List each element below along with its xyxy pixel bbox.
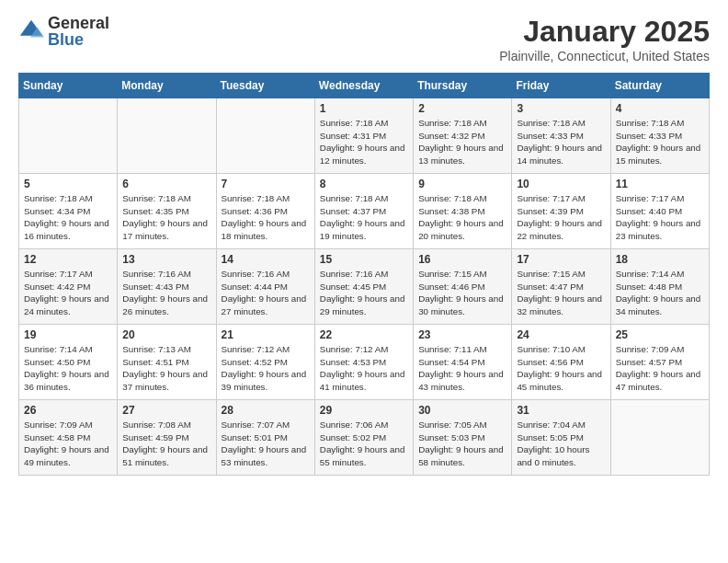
day-number: 17 — [517, 253, 605, 266]
header-cell-friday: Friday — [512, 74, 610, 98]
day-cell: 19Sunrise: 7:14 AM Sunset: 4:50 PM Dayli… — [19, 325, 118, 400]
calendar-body: 1Sunrise: 7:18 AM Sunset: 4:31 PM Daylig… — [19, 98, 710, 476]
day-number: 28 — [222, 404, 310, 417]
day-number: 13 — [122, 253, 210, 266]
day-cell — [118, 98, 216, 174]
day-number: 9 — [418, 178, 506, 190]
day-cell: 20Sunrise: 7:13 AM Sunset: 4:51 PM Dayli… — [118, 325, 216, 400]
subtitle: Plainville, Connecticut, United States — [499, 49, 710, 63]
day-cell: 7Sunrise: 7:18 AM Sunset: 4:36 PM Daylig… — [216, 174, 314, 249]
day-number: 7 — [222, 178, 310, 190]
day-info: Sunrise: 7:15 AM Sunset: 4:47 PM Dayligh… — [517, 268, 605, 318]
header-cell-thursday: Thursday — [414, 74, 512, 98]
day-number: 24 — [517, 328, 605, 341]
day-cell: 2Sunrise: 7:18 AM Sunset: 4:32 PM Daylig… — [414, 98, 512, 174]
day-cell: 5Sunrise: 7:18 AM Sunset: 4:34 PM Daylig… — [19, 174, 118, 249]
day-cell: 17Sunrise: 7:15 AM Sunset: 4:47 PM Dayli… — [512, 249, 610, 325]
day-cell: 22Sunrise: 7:12 AM Sunset: 4:53 PM Dayli… — [314, 325, 413, 400]
day-info: Sunrise: 7:14 AM Sunset: 4:50 PM Dayligh… — [24, 343, 112, 394]
day-cell: 12Sunrise: 7:17 AM Sunset: 4:42 PM Dayli… — [19, 249, 118, 325]
day-cell: 21Sunrise: 7:12 AM Sunset: 4:52 PM Dayli… — [216, 325, 314, 400]
day-cell: 3Sunrise: 7:18 AM Sunset: 4:33 PM Daylig… — [512, 98, 610, 174]
day-info: Sunrise: 7:11 AM Sunset: 4:54 PM Dayligh… — [418, 343, 506, 394]
day-cell: 1Sunrise: 7:18 AM Sunset: 4:31 PM Daylig… — [314, 98, 413, 174]
header-cell-saturday: Saturday — [610, 74, 709, 98]
day-number: 29 — [320, 404, 408, 417]
day-info: Sunrise: 7:18 AM Sunset: 4:36 PM Dayligh… — [222, 192, 310, 243]
logo-text: General Blue — [48, 15, 109, 48]
logo: General Blue — [18, 15, 109, 48]
header-cell-tuesday: Tuesday — [216, 74, 314, 98]
calendar-header: SundayMondayTuesdayWednesdayThursdayFrid… — [19, 74, 710, 98]
day-cell: 8Sunrise: 7:18 AM Sunset: 4:37 PM Daylig… — [314, 174, 413, 249]
day-number: 23 — [418, 328, 506, 341]
day-cell: 27Sunrise: 7:08 AM Sunset: 4:59 PM Dayli… — [118, 400, 216, 476]
day-number: 18 — [616, 253, 704, 266]
day-number: 30 — [418, 404, 506, 417]
day-number: 26 — [24, 404, 112, 417]
calendar-table: SundayMondayTuesdayWednesdayThursdayFrid… — [18, 73, 710, 476]
title-section: January 2025 Plainville, Connecticut, Un… — [499, 15, 710, 63]
day-cell: 23Sunrise: 7:11 AM Sunset: 4:54 PM Dayli… — [414, 325, 512, 400]
day-info: Sunrise: 7:17 AM Sunset: 4:39 PM Dayligh… — [517, 192, 605, 243]
day-info: Sunrise: 7:09 AM Sunset: 4:57 PM Dayligh… — [616, 343, 704, 394]
day-cell: 28Sunrise: 7:07 AM Sunset: 5:01 PM Dayli… — [216, 400, 314, 476]
day-cell: 13Sunrise: 7:16 AM Sunset: 4:43 PM Dayli… — [118, 249, 216, 325]
day-info: Sunrise: 7:17 AM Sunset: 4:40 PM Dayligh… — [616, 192, 704, 243]
header-row: SundayMondayTuesdayWednesdayThursdayFrid… — [19, 74, 710, 98]
logo-line2: Blue — [48, 31, 109, 48]
page: General Blue January 2025 Plainville, Co… — [0, 0, 728, 485]
day-cell: 26Sunrise: 7:09 AM Sunset: 4:58 PM Dayli… — [19, 400, 118, 476]
day-info: Sunrise: 7:18 AM Sunset: 4:33 PM Dayligh… — [517, 117, 605, 167]
day-info: Sunrise: 7:10 AM Sunset: 4:56 PM Dayligh… — [517, 343, 605, 394]
day-info: Sunrise: 7:18 AM Sunset: 4:33 PM Dayligh… — [616, 117, 704, 167]
day-number: 1 — [320, 102, 408, 115]
day-info: Sunrise: 7:16 AM Sunset: 4:43 PM Dayligh… — [122, 268, 210, 318]
day-number: 2 — [418, 102, 506, 115]
day-info: Sunrise: 7:13 AM Sunset: 4:51 PM Dayligh… — [122, 343, 210, 394]
day-cell: 11Sunrise: 7:17 AM Sunset: 4:40 PM Dayli… — [610, 174, 709, 249]
day-info: Sunrise: 7:18 AM Sunset: 4:32 PM Dayligh… — [418, 117, 506, 167]
day-cell: 14Sunrise: 7:16 AM Sunset: 4:44 PM Dayli… — [216, 249, 314, 325]
day-cell: 4Sunrise: 7:18 AM Sunset: 4:33 PM Daylig… — [610, 98, 709, 174]
day-number: 5 — [24, 178, 112, 190]
day-cell — [19, 98, 118, 174]
day-cell — [216, 98, 314, 174]
day-info: Sunrise: 7:18 AM Sunset: 4:31 PM Dayligh… — [320, 117, 408, 167]
day-number: 4 — [616, 102, 704, 115]
day-number: 10 — [517, 178, 605, 190]
day-info: Sunrise: 7:05 AM Sunset: 5:03 PM Dayligh… — [418, 419, 506, 469]
day-number: 8 — [320, 178, 408, 190]
week-row-1: 1Sunrise: 7:18 AM Sunset: 4:31 PM Daylig… — [19, 98, 710, 174]
day-cell: 10Sunrise: 7:17 AM Sunset: 4:39 PM Dayli… — [512, 174, 610, 249]
day-info: Sunrise: 7:14 AM Sunset: 4:48 PM Dayligh… — [616, 268, 704, 318]
day-number: 16 — [418, 253, 506, 266]
day-cell — [610, 400, 709, 476]
header-cell-sunday: Sunday — [19, 74, 118, 98]
day-number: 19 — [24, 328, 112, 341]
week-row-3: 12Sunrise: 7:17 AM Sunset: 4:42 PM Dayli… — [19, 249, 710, 325]
header-cell-wednesday: Wednesday — [314, 74, 413, 98]
day-number: 27 — [122, 404, 210, 417]
day-cell: 24Sunrise: 7:10 AM Sunset: 4:56 PM Dayli… — [512, 325, 610, 400]
day-number: 15 — [320, 253, 408, 266]
day-number: 22 — [320, 328, 408, 341]
day-info: Sunrise: 7:18 AM Sunset: 4:35 PM Dayligh… — [122, 192, 210, 243]
day-info: Sunrise: 7:18 AM Sunset: 4:37 PM Dayligh… — [320, 192, 408, 243]
day-cell: 31Sunrise: 7:04 AM Sunset: 5:05 PM Dayli… — [512, 400, 610, 476]
day-info: Sunrise: 7:18 AM Sunset: 4:38 PM Dayligh… — [418, 192, 506, 243]
logo-line1: General — [48, 15, 109, 31]
day-number: 20 — [122, 328, 210, 341]
header: General Blue January 2025 Plainville, Co… — [18, 15, 710, 63]
day-info: Sunrise: 7:17 AM Sunset: 4:42 PM Dayligh… — [24, 268, 112, 318]
day-cell: 6Sunrise: 7:18 AM Sunset: 4:35 PM Daylig… — [118, 174, 216, 249]
day-info: Sunrise: 7:07 AM Sunset: 5:01 PM Dayligh… — [222, 419, 310, 469]
day-info: Sunrise: 7:04 AM Sunset: 5:05 PM Dayligh… — [517, 419, 605, 469]
day-number: 3 — [517, 102, 605, 115]
day-info: Sunrise: 7:12 AM Sunset: 4:52 PM Dayligh… — [222, 343, 310, 394]
day-number: 14 — [222, 253, 310, 266]
day-number: 31 — [517, 404, 605, 417]
day-number: 12 — [24, 253, 112, 266]
day-info: Sunrise: 7:09 AM Sunset: 4:58 PM Dayligh… — [24, 419, 112, 469]
day-info: Sunrise: 7:15 AM Sunset: 4:46 PM Dayligh… — [418, 268, 506, 318]
